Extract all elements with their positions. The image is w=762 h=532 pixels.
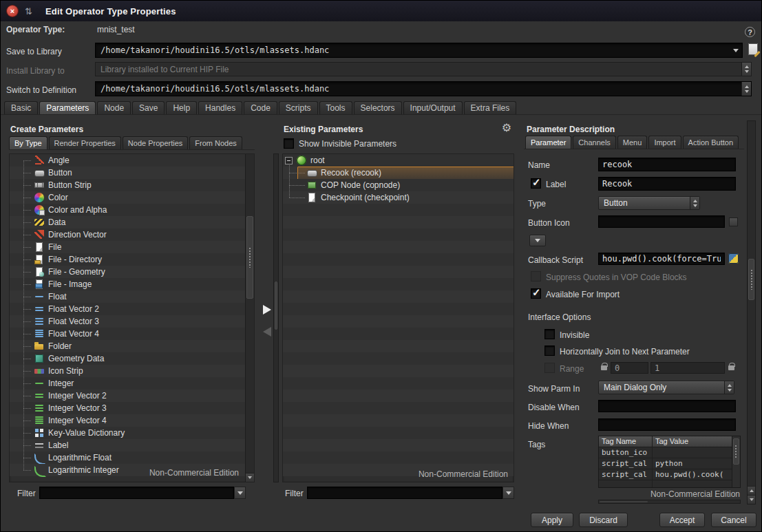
parameter-type-item[interactable]: Label xyxy=(10,439,246,451)
tab-parameter[interactable]: Parameter xyxy=(525,136,571,149)
tab-input-output[interactable]: Input/Output xyxy=(403,101,463,115)
name-input[interactable] xyxy=(598,158,736,171)
filter-input[interactable] xyxy=(39,487,234,499)
callback-script-input[interactable] xyxy=(598,253,725,265)
tab-parameters[interactable]: Parameters xyxy=(39,101,96,115)
tab-menu[interactable]: Menu xyxy=(617,136,648,149)
close-icon[interactable]: × xyxy=(7,6,18,17)
parameter-type-item[interactable]: File - Directory xyxy=(10,253,246,266)
parameter-type-item[interactable]: File xyxy=(10,241,246,253)
button-icon-swatch[interactable] xyxy=(729,217,738,226)
parameter-type-item[interactable]: Geometry Data xyxy=(10,352,246,365)
parameter-type-item[interactable]: Icon Strip xyxy=(10,365,246,377)
python-icon[interactable] xyxy=(728,253,739,264)
save-to-library-field[interactable]: /home/takanori/houdini16.5/otls/mlassets… xyxy=(95,43,743,58)
filter-menu-button[interactable] xyxy=(502,487,514,499)
available-for-import-checkbox[interactable] xyxy=(531,288,541,299)
lock-icon[interactable] xyxy=(728,365,734,370)
parameter-type-item[interactable]: Logarithmic Float xyxy=(10,451,246,464)
parameter-type-item[interactable]: Folder xyxy=(10,340,246,352)
button-icon-menu[interactable] xyxy=(529,235,546,246)
cancel-button[interactable]: Cancel xyxy=(711,513,756,527)
panel-scrollbar[interactable] xyxy=(747,120,756,504)
tab-tools[interactable]: Tools xyxy=(319,101,352,115)
show-parm-in-dropdown[interactable]: Main Dialog Only xyxy=(598,381,734,394)
move-parameter-right-button[interactable] xyxy=(263,305,271,315)
tab-selectors[interactable]: Selectors xyxy=(354,101,402,115)
horizontal-scrollbar[interactable] xyxy=(598,500,741,504)
scrollbar-thumb[interactable] xyxy=(275,281,277,330)
parameter-type-item[interactable]: Integer Vector 3 xyxy=(10,402,246,414)
parameter-type-item[interactable]: Integer Vector 4 xyxy=(10,414,246,427)
tab-render-properties[interactable]: Render Properties xyxy=(49,136,121,150)
tab-channels[interactable]: Channels xyxy=(573,136,615,149)
parameter-type-item[interactable]: Button xyxy=(10,167,246,179)
show-invisible-checkbox[interactable] xyxy=(284,138,294,149)
tab-node-properties[interactable]: Node Properties xyxy=(123,136,189,150)
spinner[interactable] xyxy=(690,197,699,209)
tags-table-row[interactable]: button_ico xyxy=(599,447,732,458)
spinner[interactable] xyxy=(741,82,751,96)
existing-parameters-scrollbar[interactable] xyxy=(273,153,279,482)
tree-item-checkpoint-checkpoint[interactable]: Checkpoint (checkpoint) xyxy=(283,191,514,204)
parameter-type-item[interactable]: Float Vector 3 xyxy=(10,315,246,328)
scroll-down-button[interactable] xyxy=(748,495,755,504)
parameter-type-item[interactable]: Angle xyxy=(10,154,246,167)
invisible-checkbox[interactable] xyxy=(544,329,555,339)
label-input[interactable] xyxy=(598,177,736,191)
scrollbar-thumb[interactable] xyxy=(600,501,648,502)
tab-import[interactable]: Import xyxy=(648,136,681,149)
tab-node[interactable]: Node xyxy=(97,101,131,115)
hide-when-input[interactable] xyxy=(598,418,736,431)
scrollbar[interactable] xyxy=(245,154,254,482)
tab-help[interactable]: Help xyxy=(166,101,197,115)
parameter-type-item[interactable]: Float xyxy=(10,290,246,303)
tab-action-button[interactable]: Action Button xyxy=(683,136,739,149)
parameter-type-item[interactable]: Color xyxy=(10,191,246,204)
scrollbar[interactable] xyxy=(732,436,740,487)
tags-table-row[interactable]: script_calhou.pwd().cook( xyxy=(599,469,732,480)
tree-item-cop-node-copnode[interactable]: COP Node (copnode) xyxy=(283,179,514,191)
parameter-type-item[interactable]: Data xyxy=(10,216,246,228)
tab-basic[interactable]: Basic xyxy=(4,101,38,115)
scrollbar-thumb[interactable] xyxy=(748,259,754,300)
parameter-type-item[interactable]: Integer Vector 2 xyxy=(10,390,246,402)
parameter-type-item[interactable]: Integer xyxy=(10,377,246,390)
gear-icon[interactable]: ⚙ xyxy=(502,123,511,134)
window-menu-icon[interactable]: ⇅ xyxy=(25,6,32,17)
discard-button[interactable]: Discard xyxy=(579,513,628,527)
accept-button[interactable]: Accept xyxy=(659,513,705,527)
tab-handles[interactable]: Handles xyxy=(198,101,242,115)
filter-input[interactable] xyxy=(307,487,502,499)
parameter-type-item[interactable]: File - Geometry xyxy=(10,266,246,278)
scroll-up-button[interactable] xyxy=(748,486,755,495)
tree-item-root[interactable]: root xyxy=(283,154,514,167)
disable-when-input[interactable] xyxy=(598,400,736,412)
tab-scripts[interactable]: Scripts xyxy=(279,101,318,115)
tab-code[interactable]: Code xyxy=(244,101,277,115)
spinner[interactable] xyxy=(724,381,734,394)
parameter-type-item[interactable]: Direction Vector xyxy=(10,228,246,241)
parameter-type-item[interactable]: Float Vector 4 xyxy=(10,328,246,340)
parameter-type-item[interactable]: Color and Alpha xyxy=(10,204,246,216)
join-next-parameter-checkbox[interactable] xyxy=(544,345,555,356)
tab-from-nodes[interactable]: From Nodes xyxy=(189,136,242,150)
scroll-down-button[interactable] xyxy=(246,473,254,482)
collapse-icon[interactable] xyxy=(285,157,293,164)
parameter-type-item[interactable]: Button Strip xyxy=(10,179,246,191)
parameter-type-item[interactable]: Float Vector 2 xyxy=(10,303,246,315)
choose-file-icon[interactable] xyxy=(748,43,758,55)
button-icon-input[interactable] xyxy=(598,215,725,228)
lock-icon[interactable] xyxy=(601,365,607,370)
label-checkbox[interactable] xyxy=(531,178,541,189)
tags-table-row[interactable]: script_calpython xyxy=(599,458,732,469)
type-dropdown[interactable]: Button xyxy=(598,196,700,210)
scrollbar-thumb[interactable] xyxy=(733,438,739,465)
tab-by-type[interactable]: By Type xyxy=(9,136,47,150)
parameter-type-item[interactable]: File - Image xyxy=(10,278,246,290)
scrollbar-thumb[interactable] xyxy=(246,216,253,299)
parameter-type-item[interactable]: Key-Value Dictionary xyxy=(10,427,246,439)
titlebar[interactable]: × ⇅ Edit Operator Type Properties xyxy=(1,1,761,21)
tree-item-recook-recook[interactable]: Recook (recook) xyxy=(283,167,514,179)
filter-menu-button[interactable] xyxy=(234,487,246,499)
